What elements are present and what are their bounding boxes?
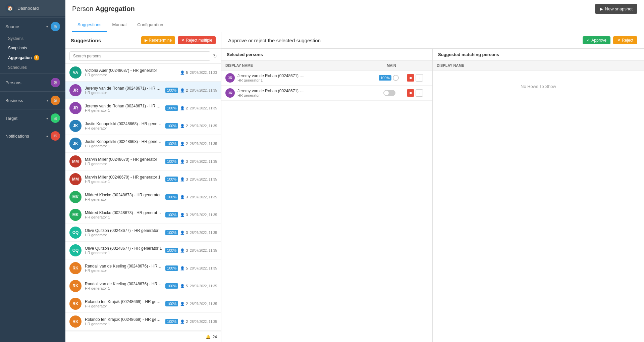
suggestion-item[interactable]: RK Rolando ten Krajcik (00248669) - HR g…	[65, 295, 221, 313]
suggestion-name: Randall van de Keeling (00248676) - HR g…	[85, 264, 162, 268]
delete-button[interactable]: ■	[407, 74, 414, 82]
reject-multiple-button[interactable]: ✕ Reject multiple	[178, 36, 216, 44]
suggested-persons-table: Display name No Rows To Show	[433, 61, 644, 342]
suggestion-item[interactable]: RK Rolando ten Krajcik (00248669) - HR g…	[65, 313, 221, 331]
no-rows-message: No Rows To Show	[433, 70, 644, 102]
sidebar-item-snapshots[interactable]: Snapshots	[0, 43, 65, 53]
sidebar-divider-3	[0, 91, 65, 92]
suggestion-source: HR generator 1	[85, 322, 162, 326]
pct-badge: 100%	[165, 123, 178, 129]
suggestion-name: Mildred Klocko (00248673) - HR generator	[85, 193, 162, 197]
title-bold: Aggregation	[95, 5, 135, 12]
main-toggle[interactable]	[383, 90, 395, 96]
search-bar: ↻	[65, 49, 221, 64]
suggestion-item[interactable]: MM Marvin Miller (00248670) - HR generat…	[65, 153, 221, 170]
suggestion-name: Randall van de Keeling (00248676) - HR g…	[85, 282, 162, 286]
redetermine-button[interactable]: ▶ Redetermine	[141, 36, 175, 44]
main-toggle[interactable]	[393, 75, 399, 81]
suggestion-info: Randall van de Keeling (00248676) - HR g…	[85, 282, 162, 290]
right-header: Approve or reject the selected suggestio…	[221, 32, 644, 49]
target-label: Target	[5, 116, 44, 121]
suggestion-item[interactable]: RK Randall van de Keeling (00248676) - H…	[65, 277, 221, 295]
suggestions-header: Suggestions ▶ Redetermine ✕ Reject multi…	[65, 32, 221, 49]
suggestion-meta: 100% 👤 3 28/07/2022, 11:35	[165, 212, 217, 217]
notification-count: 24	[213, 335, 217, 339]
tab-manual[interactable]: Manual	[107, 18, 132, 32]
suggestion-name: Marvin Miller (00248670) - HR generator …	[85, 175, 162, 180]
suggestion-meta: 100% 👤 5 28/07/2022, 11:35	[165, 283, 217, 289]
suggestion-item[interactable]: MM Marvin Miller (00248670) - HR generat…	[65, 170, 221, 188]
sidebar-item-aggregation[interactable]: Aggregation !	[0, 53, 65, 63]
info-button[interactable]: →	[416, 74, 423, 82]
person-row: JR Jeremy van de Rohan (00248671) -... H…	[221, 70, 432, 86]
suggestion-name: Jeremy van de Rohan (00248671) - HR gene…	[85, 104, 162, 108]
sidebar-item-systems[interactable]: Systems	[0, 34, 65, 43]
selected-persons-rows: JR Jeremy van de Rohan (00248671) -... H…	[221, 70, 432, 101]
suggestion-meta: 100% 👤 2 28/07/2022, 11:35	[165, 319, 217, 324]
sidebar: 🏠 Dashboard Source ▾ ⊕ Systems Snapshots…	[0, 0, 65, 342]
suggestion-item[interactable]: JR Jeremy van de Rohan (00248671) - HR g…	[65, 99, 221, 117]
delete-button[interactable]: ■	[407, 89, 414, 97]
reject-button[interactable]: ✕ Reject	[613, 36, 637, 44]
avatar: JR	[225, 88, 235, 98]
avatar: MM	[69, 173, 82, 185]
count-icon: 👤 3	[180, 195, 188, 199]
dashboard-label: Dashboard	[17, 6, 39, 11]
info-button[interactable]: →	[416, 89, 423, 97]
sidebar-divider-5	[0, 127, 65, 127]
suggested-persons-panel: Suggested matching persons Display name …	[433, 49, 644, 342]
tab-suggestions[interactable]: Suggestions	[72, 18, 107, 32]
page-title: Person Aggregation	[72, 5, 135, 13]
business-label: Business	[5, 98, 44, 103]
suggestion-item[interactable]: MK Mildred Klocko (00248673) - HR genera…	[65, 206, 221, 224]
suggestion-item[interactable]: OQ Olive Quitzon (00248677) - HR generat…	[65, 242, 221, 259]
actions-cell: ■ →	[401, 89, 428, 97]
suggestion-item[interactable]: OQ Olive Quitzon (00248677) - HR generat…	[65, 224, 221, 242]
sidebar-section-business[interactable]: Business ◂ ⚙	[0, 93, 65, 108]
suggestion-item[interactable]: RK Randall van de Keeling (00248676) - H…	[65, 259, 221, 277]
sidebar-section-persons[interactable]: Persons ⚙	[0, 75, 65, 90]
approve-button[interactable]: ✓ Approve	[583, 36, 610, 44]
main-content: Person Aggregation ▶ New snapshot Sugges…	[65, 0, 644, 342]
sidebar-item-schedules[interactable]: Schedules	[0, 63, 65, 72]
suggestion-name: Marvin Miller (00248670) - HR generator	[85, 157, 162, 162]
person-name: Jeremy van de Rohan (00248671) -...	[237, 74, 376, 78]
person-source: HR generator 1	[237, 78, 376, 82]
timestamp: 28/07/2022, 11:35	[190, 320, 217, 324]
col-actions-header	[401, 63, 428, 67]
sidebar-item-dashboard[interactable]: 🏠 Dashboard	[0, 0, 65, 16]
suggestion-item[interactable]: VA Victoria Auer (00248687) - HR generat…	[65, 64, 221, 82]
pct-badge: 100%	[165, 265, 178, 271]
avatar: MM	[69, 155, 82, 167]
timestamp: 28/07/2022, 11:35	[190, 213, 217, 217]
selected-persons-panel: Selected persons Display name Main JR Je…	[221, 49, 433, 342]
toggle-slider	[393, 75, 399, 81]
selected-persons-table: Display name Main JR Jeremy van de Rohan…	[221, 61, 432, 342]
suggestion-item[interactable]: JR Jeremy van de Rohan (00248671) - HR g…	[65, 82, 221, 99]
sidebar-section-source[interactable]: Source ▾ ⊕	[0, 19, 65, 34]
timestamp: 28/07/2022, 11:35	[190, 249, 217, 252]
suggestion-item[interactable]: JK Justin Konopelski (00248668) - HR gen…	[65, 117, 221, 135]
suggestion-info: Victoria Auer (00248687) - HR generator …	[85, 68, 177, 77]
new-snapshot-button[interactable]: ▶ New snapshot	[595, 4, 637, 14]
search-input[interactable]	[69, 51, 210, 61]
tab-bar: Suggestions Manual Configuration	[65, 18, 644, 32]
sidebar-section-target[interactable]: Target ◂ ⊞	[0, 111, 65, 126]
refresh-icon[interactable]: ↻	[213, 53, 217, 59]
suggestion-item[interactable]: MK Mildred Klocko (00248673) - HR genera…	[65, 188, 221, 206]
pct-badge: 100%	[165, 212, 178, 217]
tab-configuration[interactable]: Configuration	[132, 18, 168, 32]
count-icon: 👤 5	[180, 70, 188, 75]
suggestion-item[interactable]: JK Justin Konopelski (00248668) - HR gen…	[65, 135, 221, 153]
content-area: Suggestions ▶ Redetermine ✕ Reject multi…	[65, 32, 644, 342]
timestamp: 28/07/2022, 11:35	[190, 106, 217, 110]
business-icon: ⚙	[51, 96, 60, 105]
suggestion-source: HR generator 1	[85, 108, 162, 112]
selected-table-header: Display name Main	[221, 61, 432, 70]
sidebar-section-notifications[interactable]: Notifications ◂ ✉	[0, 129, 65, 143]
timestamp: 28/07/2022, 11:35	[190, 302, 217, 306]
count-icon: 👤 3	[180, 159, 188, 164]
suggestions-title: Suggestions	[71, 38, 101, 43]
bell-icon: 🔔	[206, 335, 211, 339]
person-info: Jeremy van de Rohan (00248671) -... HR g…	[237, 74, 376, 82]
